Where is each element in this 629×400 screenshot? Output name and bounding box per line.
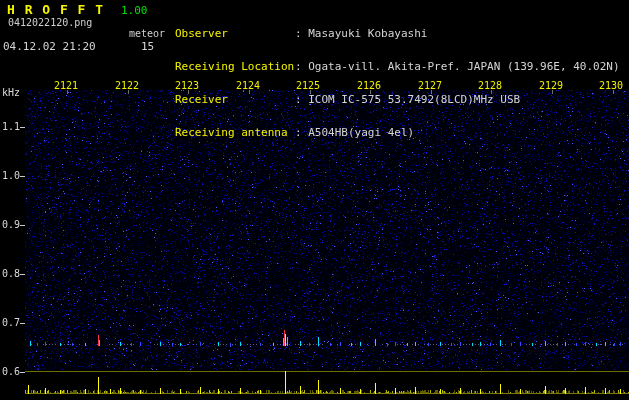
- info-value: A504HB(yagi 4el): [308, 126, 414, 139]
- time-label: 2129: [539, 80, 563, 91]
- colon: :: [295, 27, 308, 40]
- freq-label: 1.1: [2, 121, 20, 132]
- freq-axis-unit: kHz: [2, 87, 20, 98]
- info-row-location: Receiving Location: Ogata-vill. Akita-Pr…: [175, 61, 620, 72]
- colon: :: [295, 93, 308, 106]
- colon: :: [295, 126, 308, 139]
- time-label: 2121: [54, 80, 78, 91]
- mode-label: meteor: [129, 28, 165, 39]
- info-value: Masayuki Kobayashi: [308, 27, 427, 40]
- app-title: H R O F F T: [7, 2, 104, 17]
- info-label: Receiving antenna: [175, 127, 295, 138]
- time-label: 2126: [357, 80, 381, 91]
- freq-label: 0.7: [2, 317, 20, 328]
- time-label: 2130: [599, 80, 623, 91]
- time-label: 2127: [418, 80, 442, 91]
- echo-count: 15: [141, 40, 154, 53]
- hrofft-screen: { "app": { "title": "H R O F F T", "vers…: [0, 0, 629, 400]
- freq-label: 1.0: [2, 170, 20, 181]
- info-row-antenna: Receiving antenna: A504HB(yagi 4el): [175, 127, 620, 138]
- time-label: 2125: [296, 80, 320, 91]
- timestamp: 04.12.02 21:20: [3, 40, 96, 53]
- colon: :: [295, 60, 308, 73]
- info-label: Receiver: [175, 94, 295, 105]
- info-row-receiver: Receiver: ICOM IC-575 53.7492(8LCD)MHz U…: [175, 94, 620, 105]
- info-value: Ogata-vill. Akita-Pref. JAPAN (139.96E, …: [308, 60, 619, 73]
- info-label: Observer: [175, 28, 295, 39]
- app-version: 1.00: [121, 4, 148, 17]
- info-row-observer: Observer: Masayuki Kobayashi: [175, 28, 620, 39]
- freq-label: 0.6: [2, 366, 20, 377]
- freq-label: 0.8: [2, 268, 20, 279]
- freq-label: 0.9: [2, 219, 20, 230]
- time-label: 2123: [175, 80, 199, 91]
- time-label: 2122: [115, 80, 139, 91]
- time-label: 2124: [236, 80, 260, 91]
- station-info-panel: Observer: Masayuki Kobayashi Receiving L…: [175, 6, 620, 149]
- time-label: 2128: [478, 80, 502, 91]
- output-filename: 0412022120.png: [8, 17, 92, 28]
- info-value: ICOM IC-575 53.7492(8LCD)MHz USB: [308, 93, 520, 106]
- info-label: Receiving Location: [175, 61, 295, 72]
